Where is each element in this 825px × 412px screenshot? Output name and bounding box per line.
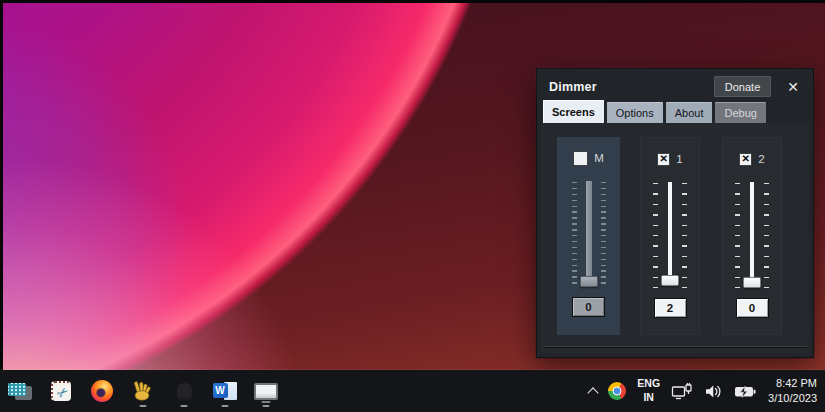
tick-marks-right	[764, 183, 769, 288]
slider-label-screen1: 1	[676, 153, 682, 165]
tab-screens[interactable]: Screens	[543, 100, 604, 123]
checkbox-row: M	[557, 150, 620, 166]
checkbox-row: ✕ 1	[641, 151, 699, 167]
slider-screen2	[723, 182, 781, 290]
slider-value-screen2[interactable]: 0	[736, 298, 769, 318]
firefox-icon	[91, 380, 113, 402]
taskbar-app-snipping-tool[interactable]: ✂	[47, 372, 75, 410]
tab-bar: Screens Options About Debug	[543, 100, 766, 123]
running-indicator	[263, 405, 270, 408]
taskbar-app-word[interactable]: W	[211, 372, 239, 410]
tab-options[interactable]: Options	[607, 102, 663, 123]
slider-screen1	[641, 182, 699, 290]
screen-frame-left	[0, 0, 3, 370]
close-icon[interactable]: ✕	[783, 80, 803, 94]
running-indicator	[181, 405, 188, 408]
checkbox-screen2[interactable]: ✕	[739, 153, 752, 166]
taskbar-app-hand-tool[interactable]	[129, 372, 157, 410]
taskbar-app-monitor[interactable]	[252, 372, 280, 410]
titlebar: Dimmer Donate ✕	[537, 69, 813, 97]
running-indicator	[222, 405, 229, 408]
taskbar-app-firefox[interactable]	[88, 372, 116, 410]
volume-icon[interactable]	[704, 382, 723, 401]
screen-frame-top	[0, 0, 825, 3]
battery-charging-icon[interactable]	[734, 382, 757, 401]
word-icon: W	[213, 381, 238, 401]
slider-label-screen2: 2	[758, 153, 764, 165]
taskbar-apps: ✂	[6, 372, 280, 410]
slider-label-master: M	[594, 152, 604, 164]
tick-marks-left	[735, 183, 740, 288]
time-text: 8:42 PM	[768, 376, 817, 391]
tick-marks-left	[653, 183, 658, 288]
slider-thumb[interactable]	[580, 276, 598, 287]
tray-chevron-up-icon[interactable]	[588, 387, 599, 398]
slider-value-screen1[interactable]: 2	[654, 298, 687, 318]
desktop: Dimmer Donate ✕ Screens Options About De…	[0, 0, 825, 412]
language-indicator[interactable]: ENG IN	[637, 377, 660, 404]
slider-track[interactable]	[750, 182, 754, 277]
slider-thumb[interactable]	[661, 275, 679, 286]
chrome-icon[interactable]	[608, 382, 626, 400]
slider-panel-screen2: ✕ 2 0	[722, 137, 782, 335]
taskbar-app-keyboard-window[interactable]	[6, 372, 34, 410]
slider-panel-screen1: ✕ 1 2	[640, 137, 700, 335]
tick-marks-right	[601, 182, 606, 287]
slider-value-master[interactable]: 0	[572, 297, 605, 317]
checkbox-row: ✕ 2	[723, 151, 781, 167]
window-title: Dimmer	[549, 80, 702, 94]
date-text: 3/10/2023	[768, 391, 817, 406]
tick-marks-left	[572, 182, 577, 287]
taskbar-app-dark[interactable]	[170, 372, 198, 410]
taskbar: ✂	[0, 370, 825, 412]
screens-tab-page: M 0 ✕ 1	[541, 123, 809, 353]
network-icon[interactable]	[671, 382, 693, 401]
keyboard-window-icon	[8, 381, 32, 401]
tab-debug[interactable]: Debug	[715, 102, 765, 123]
running-indicator	[140, 405, 147, 408]
snipping-tool-icon: ✂	[51, 381, 71, 401]
checkbox-screen1[interactable]: ✕	[657, 153, 670, 166]
hand-icon	[131, 379, 155, 403]
group-divider	[543, 346, 807, 348]
slider-track[interactable]	[668, 182, 672, 275]
clock[interactable]: 8:42 PM 3/10/2023	[768, 376, 817, 406]
slider-panel-master: M 0	[557, 137, 620, 335]
monitor-icon	[254, 383, 278, 400]
dark-app-icon	[177, 383, 192, 400]
dimmer-window: Dimmer Donate ✕ Screens Options About De…	[536, 68, 814, 358]
tab-about[interactable]: About	[666, 102, 713, 123]
checkbox-master[interactable]	[573, 151, 588, 166]
tick-marks-right	[682, 183, 687, 288]
slider-track[interactable]	[586, 181, 592, 276]
donate-button[interactable]: Donate	[714, 76, 771, 97]
slider-master	[557, 181, 620, 289]
system-tray: ENG IN	[589, 376, 817, 406]
slider-thumb[interactable]	[743, 277, 761, 288]
